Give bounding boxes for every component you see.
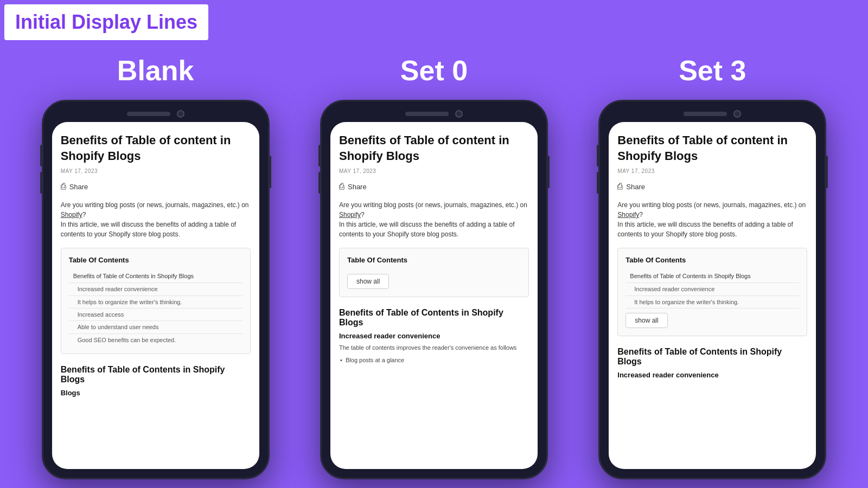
- show-all-btn-set0[interactable]: show all: [347, 274, 389, 289]
- blog-title-set3: Benefits of Table of content in Shopify …: [617, 133, 807, 164]
- section-heading-set3: Benefits of Table of Contents in Shopify…: [617, 347, 807, 367]
- column-blank: Blank Benefits of Table of content in Sh…: [22, 54, 289, 479]
- section-bold-set3: Increased reader convenience: [617, 371, 807, 379]
- section-text-set0: The table of contents improves the reade…: [339, 343, 529, 352]
- side-button-left-top-blank: [40, 145, 43, 166]
- side-button-left-top-set3: [597, 145, 599, 166]
- share-icon-set0: ⎙: [339, 182, 344, 191]
- intro-blank: Are you writing blog posts (or news, jou…: [61, 200, 251, 239]
- share-btn-set0[interactable]: ⎙ Share: [339, 182, 529, 191]
- bullet-set0: Blog posts at a glance: [339, 357, 529, 363]
- section-bold-set0: Increased reader convenience: [339, 332, 529, 340]
- toc-collapsed-set0: show all: [347, 269, 521, 289]
- phone-set0: Benefits of Table of content in Shopify …: [320, 100, 548, 479]
- toc-item-blank-5[interactable]: Good SEO benefits can be expected.: [69, 334, 242, 346]
- label-set0: Set 0: [400, 54, 468, 87]
- column-set0: Set 0 Benefits of Table of content in Sh…: [300, 54, 567, 479]
- blog-title-set0: Benefits of Table of content in Shopify …: [339, 133, 529, 164]
- intro-set3: Are you writing blog posts (or news, jou…: [617, 200, 807, 239]
- toc-box-blank: Table Of Contents Benefits of Table of C…: [61, 248, 251, 354]
- toc-title-set0: Table Of Contents: [347, 256, 521, 264]
- side-button-left-mid-blank: [40, 172, 43, 194]
- columns-container: Blank Benefits of Table of content in Sh…: [0, 0, 868, 479]
- notch-bar-set3: [609, 110, 816, 118]
- share-label-blank: Share: [69, 183, 88, 191]
- toc-box-set0: Table Of Contents show all: [339, 248, 529, 297]
- toc-item-set3-2[interactable]: It helps to organize the writer's thinki…: [626, 296, 799, 309]
- toc-item-blank-3[interactable]: Increased access: [69, 309, 242, 321]
- toc-item-set3-1[interactable]: Increased reader convenience: [626, 283, 799, 296]
- page-title: Initial Display Lines: [15, 11, 197, 34]
- shopify-link-blank[interactable]: Shopify: [61, 211, 82, 219]
- toc-item-blank-4[interactable]: Able to understand user needs: [69, 321, 242, 333]
- screen-set0: Benefits of Table of content in Shopify …: [330, 122, 538, 469]
- show-all-btn-set3[interactable]: show all: [626, 313, 667, 328]
- toc-title-blank: Table Of Contents: [69, 256, 242, 264]
- speaker-blank: [127, 112, 170, 116]
- notch-bar-blank: [52, 110, 259, 118]
- share-label-set0: Share: [348, 183, 367, 191]
- section-heading-blank: Benefits of Table of Contents in Shopify…: [61, 365, 251, 384]
- blog-date-set3: MAY 17, 2023: [617, 168, 807, 174]
- blog-title-blank: Benefits of Table of content in Shopify …: [61, 133, 251, 164]
- toc-item-blank-2[interactable]: It helps to organize the writer's thinki…: [69, 296, 242, 309]
- camera-set3: [733, 110, 741, 118]
- share-btn-set3[interactable]: ⎙ Share: [617, 182, 807, 191]
- label-blank: Blank: [117, 54, 194, 87]
- screen-blank: Benefits of Table of content in Shopify …: [52, 122, 259, 469]
- toc-box-set3: Table Of Contents Benefits of Table of C…: [617, 248, 807, 336]
- share-btn-blank[interactable]: ⎙ Share: [61, 182, 251, 191]
- blog-date-blank: MAY 17, 2023: [61, 168, 251, 174]
- toc-item-set3-0[interactable]: Benefits of Table of Contents in Shopify…: [626, 269, 799, 283]
- toc-item-blank-1[interactable]: Increased reader convenience: [69, 283, 242, 296]
- toc-title-set3: Table Of Contents: [626, 256, 799, 264]
- share-icon-set3: ⎙: [617, 182, 623, 191]
- camera-set0: [455, 110, 463, 118]
- blog-date-set0: MAY 17, 2023: [339, 168, 529, 174]
- section-bold-blank: Blogs: [61, 389, 251, 397]
- camera-blank: [177, 110, 184, 118]
- side-button-left-top-set0: [318, 145, 321, 166]
- phone-set3: Benefits of Table of content in Shopify …: [598, 100, 826, 479]
- shopify-link-set3[interactable]: Shopify: [617, 211, 639, 219]
- title-badge: Initial Display Lines: [4, 4, 208, 40]
- shopify-link-set0[interactable]: Shopify: [339, 211, 361, 219]
- share-icon-blank: ⎙: [61, 182, 66, 191]
- intro-set0: Are you writing blog posts (or news, jou…: [339, 200, 529, 239]
- section-heading-set0: Benefits of Table of Contents in Shopify…: [339, 308, 529, 328]
- side-button-right-set0: [547, 156, 550, 188]
- phone-blank: Benefits of Table of content in Shopify …: [42, 100, 270, 479]
- column-set3: Set 3 Benefits of Table of content in Sh…: [579, 54, 846, 479]
- speaker-set0: [405, 112, 449, 116]
- side-button-left-mid-set3: [597, 172, 599, 194]
- share-label-set3: Share: [626, 183, 645, 191]
- screen-set3: Benefits of Table of content in Shopify …: [609, 122, 816, 469]
- label-set3: Set 3: [679, 54, 746, 87]
- notch-bar-set0: [330, 110, 538, 118]
- speaker-set3: [684, 112, 727, 116]
- toc-item-blank-0[interactable]: Benefits of Table of Contents in Shopify…: [69, 269, 242, 283]
- side-button-right-blank: [269, 156, 271, 188]
- side-button-right-set3: [825, 156, 828, 188]
- side-button-left-mid-set0: [318, 172, 321, 194]
